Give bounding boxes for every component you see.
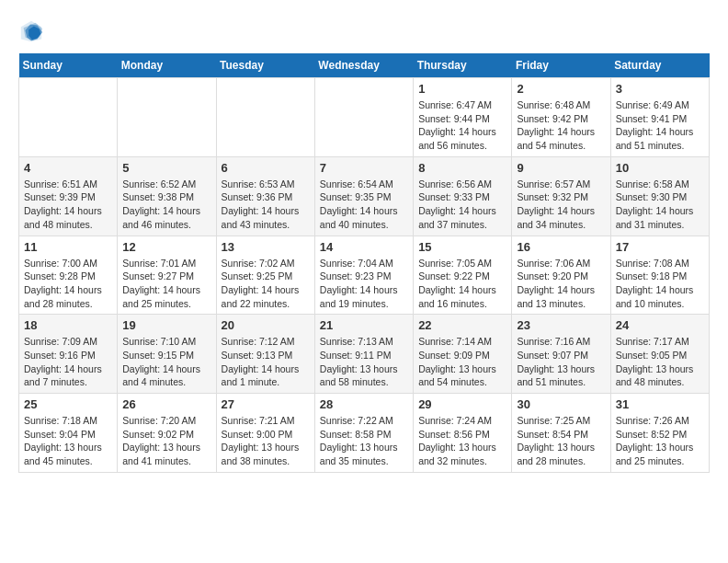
weekday-header-row: SundayMondayTuesdayWednesdayThursdayFrid… (19, 53, 710, 78)
day-info: Sunrise: 6:52 AM Sunset: 9:38 PM Dayligh… (122, 178, 210, 232)
calendar-cell: 2Sunrise: 6:48 AM Sunset: 9:42 PM Daylig… (512, 78, 610, 157)
calendar-cell: 30Sunrise: 7:25 AM Sunset: 8:54 PM Dayli… (512, 394, 610, 473)
day-number: 31 (616, 397, 704, 411)
day-info: Sunrise: 7:26 AM Sunset: 8:52 PM Dayligh… (616, 414, 704, 468)
day-info: Sunrise: 7:08 AM Sunset: 9:18 PM Dayligh… (616, 257, 704, 311)
day-number: 27 (222, 397, 310, 411)
calendar-cell: 4Sunrise: 6:51 AM Sunset: 9:39 PM Daylig… (19, 156, 118, 236)
calendar-week-row: 25Sunrise: 7:18 AM Sunset: 9:04 PM Dayli… (19, 394, 710, 473)
calendar-cell: 31Sunrise: 7:26 AM Sunset: 8:52 PM Dayli… (610, 394, 709, 473)
calendar-body: 1Sunrise: 6:47 AM Sunset: 9:44 PM Daylig… (19, 78, 710, 473)
day-number: 29 (418, 397, 506, 411)
calendar-cell: 24Sunrise: 7:17 AM Sunset: 9:05 PM Dayli… (610, 315, 709, 394)
day-number: 15 (418, 240, 506, 254)
day-number: 6 (222, 161, 310, 175)
day-info: Sunrise: 7:17 AM Sunset: 9:05 PM Dayligh… (616, 335, 704, 389)
day-info: Sunrise: 7:05 AM Sunset: 9:22 PM Dayligh… (418, 257, 506, 311)
day-info: Sunrise: 6:47 AM Sunset: 9:44 PM Dayligh… (418, 98, 506, 153)
day-number: 14 (320, 240, 408, 254)
day-info: Sunrise: 7:09 AM Sunset: 9:16 PM Dayligh… (24, 335, 112, 389)
calendar-table: SundayMondayTuesdayWednesdayThursdayFrid… (18, 53, 710, 473)
day-number: 25 (24, 397, 112, 411)
day-number: 7 (320, 161, 408, 175)
day-info: Sunrise: 7:18 AM Sunset: 9:04 PM Dayligh… (24, 414, 112, 468)
day-number: 12 (122, 240, 210, 254)
day-info: Sunrise: 7:04 AM Sunset: 9:23 PM Dayligh… (320, 257, 408, 311)
day-number: 23 (517, 318, 605, 332)
day-number: 2 (517, 82, 605, 96)
calendar-cell: 5Sunrise: 6:52 AM Sunset: 9:38 PM Daylig… (118, 156, 216, 236)
calendar-cell: 19Sunrise: 7:10 AM Sunset: 9:15 PM Dayli… (118, 315, 216, 394)
day-info: Sunrise: 7:25 AM Sunset: 8:54 PM Dayligh… (517, 414, 605, 468)
calendar-header: SundayMondayTuesdayWednesdayThursdayFrid… (19, 53, 710, 78)
calendar-cell: 16Sunrise: 7:06 AM Sunset: 9:20 PM Dayli… (512, 236, 610, 315)
day-number: 17 (616, 240, 704, 254)
logo-icon (18, 18, 44, 44)
calendar-week-row: 18Sunrise: 7:09 AM Sunset: 9:16 PM Dayli… (19, 315, 710, 394)
day-number: 28 (320, 397, 408, 411)
weekday-header-wednesday: Wednesday (314, 53, 413, 78)
calendar-cell: 13Sunrise: 7:02 AM Sunset: 9:25 PM Dayli… (216, 236, 314, 315)
day-number: 11 (24, 240, 112, 254)
day-info: Sunrise: 6:49 AM Sunset: 9:41 PM Dayligh… (616, 98, 704, 153)
day-info: Sunrise: 7:14 AM Sunset: 9:09 PM Dayligh… (418, 335, 506, 389)
weekday-header-thursday: Thursday (414, 53, 512, 78)
calendar-cell: 23Sunrise: 7:16 AM Sunset: 9:07 PM Dayli… (512, 315, 610, 394)
calendar-cell: 21Sunrise: 7:13 AM Sunset: 9:11 PM Dayli… (314, 315, 413, 394)
calendar-cell (314, 78, 413, 157)
day-number: 26 (122, 397, 210, 411)
weekday-header-friday: Friday (512, 53, 610, 78)
day-number: 18 (24, 318, 112, 332)
day-number: 22 (418, 318, 506, 332)
calendar-cell: 12Sunrise: 7:01 AM Sunset: 9:27 PM Dayli… (118, 236, 216, 315)
page-header (18, 18, 710, 44)
calendar-cell: 14Sunrise: 7:04 AM Sunset: 9:23 PM Dayli… (314, 236, 413, 315)
day-info: Sunrise: 6:57 AM Sunset: 9:32 PM Dayligh… (517, 178, 605, 232)
calendar-week-row: 4Sunrise: 6:51 AM Sunset: 9:39 PM Daylig… (19, 156, 710, 236)
calendar-cell: 28Sunrise: 7:22 AM Sunset: 8:58 PM Dayli… (314, 394, 413, 473)
day-info: Sunrise: 6:53 AM Sunset: 9:36 PM Dayligh… (222, 178, 310, 232)
day-info: Sunrise: 7:20 AM Sunset: 9:02 PM Dayligh… (122, 414, 210, 468)
calendar-cell: 9Sunrise: 6:57 AM Sunset: 9:32 PM Daylig… (512, 156, 610, 236)
day-number: 16 (517, 240, 605, 254)
day-info: Sunrise: 6:54 AM Sunset: 9:35 PM Dayligh… (320, 178, 408, 232)
day-number: 1 (418, 82, 506, 96)
weekday-header-monday: Monday (118, 53, 216, 78)
day-number: 9 (517, 161, 605, 175)
day-info: Sunrise: 7:06 AM Sunset: 9:20 PM Dayligh… (517, 257, 605, 311)
weekday-header-sunday: Sunday (19, 53, 118, 78)
calendar-cell: 11Sunrise: 7:00 AM Sunset: 9:28 PM Dayli… (19, 236, 118, 315)
weekday-header-saturday: Saturday (610, 53, 709, 78)
calendar-cell: 22Sunrise: 7:14 AM Sunset: 9:09 PM Dayli… (414, 315, 512, 394)
day-number: 5 (122, 161, 210, 175)
day-info: Sunrise: 7:13 AM Sunset: 9:11 PM Dayligh… (320, 335, 408, 389)
calendar-cell: 3Sunrise: 6:49 AM Sunset: 9:41 PM Daylig… (610, 78, 709, 157)
day-number: 24 (616, 318, 704, 332)
calendar-cell: 8Sunrise: 6:56 AM Sunset: 9:33 PM Daylig… (414, 156, 512, 236)
calendar-cell: 18Sunrise: 7:09 AM Sunset: 9:16 PM Dayli… (19, 315, 118, 394)
day-info: Sunrise: 7:10 AM Sunset: 9:15 PM Dayligh… (122, 335, 210, 389)
calendar-cell: 29Sunrise: 7:24 AM Sunset: 8:56 PM Dayli… (414, 394, 512, 473)
calendar-cell: 10Sunrise: 6:58 AM Sunset: 9:30 PM Dayli… (610, 156, 709, 236)
day-number: 8 (418, 161, 506, 175)
calendar-cell: 7Sunrise: 6:54 AM Sunset: 9:35 PM Daylig… (314, 156, 413, 236)
calendar-cell: 15Sunrise: 7:05 AM Sunset: 9:22 PM Dayli… (414, 236, 512, 315)
calendar-cell: 17Sunrise: 7:08 AM Sunset: 9:18 PM Dayli… (610, 236, 709, 315)
day-info: Sunrise: 6:51 AM Sunset: 9:39 PM Dayligh… (24, 178, 112, 232)
day-info: Sunrise: 7:01 AM Sunset: 9:27 PM Dayligh… (122, 257, 210, 311)
day-info: Sunrise: 7:22 AM Sunset: 8:58 PM Dayligh… (320, 414, 408, 468)
day-number: 13 (222, 240, 310, 254)
calendar-cell (118, 78, 216, 157)
day-info: Sunrise: 7:00 AM Sunset: 9:28 PM Dayligh… (24, 257, 112, 311)
day-number: 21 (320, 318, 408, 332)
day-number: 19 (122, 318, 210, 332)
day-number: 4 (24, 161, 112, 175)
calendar-cell (216, 78, 314, 157)
calendar-week-row: 1Sunrise: 6:47 AM Sunset: 9:44 PM Daylig… (19, 78, 710, 157)
day-info: Sunrise: 7:12 AM Sunset: 9:13 PM Dayligh… (222, 335, 310, 389)
day-number: 30 (517, 397, 605, 411)
day-info: Sunrise: 7:02 AM Sunset: 9:25 PM Dayligh… (222, 257, 310, 311)
calendar-week-row: 11Sunrise: 7:00 AM Sunset: 9:28 PM Dayli… (19, 236, 710, 315)
calendar-cell: 26Sunrise: 7:20 AM Sunset: 9:02 PM Dayli… (118, 394, 216, 473)
day-number: 20 (222, 318, 310, 332)
